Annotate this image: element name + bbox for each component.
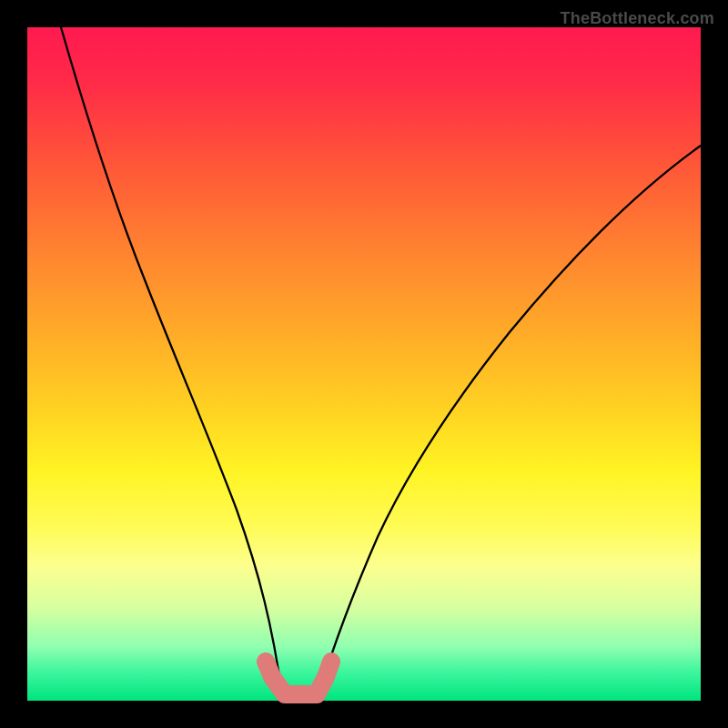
watermark-text: TheBottleneck.com xyxy=(561,9,714,28)
chart-container: TheBottleneck.com xyxy=(0,0,728,728)
chart-svg xyxy=(27,27,701,701)
marker-worm xyxy=(266,662,331,694)
curve-right xyxy=(317,146,701,701)
curve-left xyxy=(61,27,283,701)
